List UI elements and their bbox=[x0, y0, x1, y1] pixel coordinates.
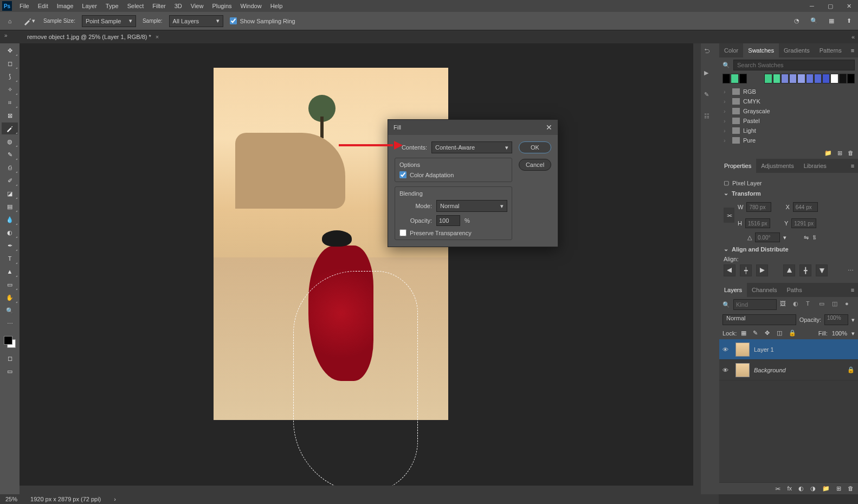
swatch-group-pure[interactable]: ›Pure bbox=[719, 135, 858, 145]
swatch-color[interactable] bbox=[839, 74, 847, 83]
search-icon[interactable]: 🔍 bbox=[809, 16, 819, 26]
brush-tool[interactable]: ✎ bbox=[2, 148, 18, 160]
swatch-color[interactable] bbox=[822, 74, 830, 83]
spot-heal-tool[interactable]: ◍ bbox=[2, 135, 18, 147]
gradient-tool[interactable]: ▤ bbox=[2, 201, 18, 212]
opacity-input[interactable] bbox=[436, 215, 460, 226]
history-panel-icon[interactable]: ⮌ bbox=[704, 48, 716, 59]
layer-fill-input[interactable]: 100% bbox=[832, 330, 847, 337]
filter-type-icon[interactable]: T bbox=[806, 300, 816, 309]
menu-image[interactable]: Image bbox=[53, 0, 78, 12]
tab-libraries[interactable]: Libraries bbox=[799, 159, 831, 173]
height-input[interactable] bbox=[745, 218, 770, 228]
lock-artboard-icon[interactable]: ◫ bbox=[777, 329, 784, 337]
document-info[interactable]: 1920 px x 2879 px (72 ppi) bbox=[30, 496, 101, 502]
menu-filter[interactable]: Filter bbox=[148, 0, 170, 12]
lock-all-icon[interactable]: 🔒 bbox=[789, 329, 796, 337]
swatch-color[interactable] bbox=[789, 74, 797, 83]
dialog-titlebar[interactable]: Fill ✕ bbox=[388, 120, 558, 135]
horizontal-scrollbar[interactable] bbox=[20, 486, 701, 494]
lasso-tool[interactable]: ⟆ bbox=[2, 70, 18, 82]
zoom-level[interactable]: 25% bbox=[5, 496, 17, 502]
folder-icon[interactable]: 📁 bbox=[824, 150, 832, 157]
visibility-icon[interactable]: 👁 bbox=[722, 367, 731, 373]
actions-panel-icon[interactable]: ▶ bbox=[704, 69, 716, 80]
tab-channels[interactable]: Channels bbox=[747, 283, 782, 297]
swatch-group-cmyk[interactable]: ›CMYK bbox=[719, 96, 858, 106]
lock-pixels-icon[interactable]: ▦ bbox=[741, 329, 749, 337]
swatch-group-pastel[interactable]: ›Pastel bbox=[719, 116, 858, 126]
crop-tool[interactable]: ⌗ bbox=[2, 96, 18, 108]
tab-properties[interactable]: Properties bbox=[719, 159, 756, 173]
sampling-ring-checkbox[interactable]: Show Sampling Ring bbox=[230, 17, 295, 24]
dialog-close-icon[interactable]: ✕ bbox=[546, 123, 552, 132]
layer-name[interactable]: Background bbox=[754, 367, 843, 373]
link-icon[interactable]: ⫘ bbox=[724, 208, 734, 223]
swatch-group-grayscale[interactable]: ›Grayscale bbox=[719, 106, 858, 116]
dodge-tool[interactable]: ◐ bbox=[2, 227, 18, 238]
swatch-color[interactable] bbox=[739, 74, 747, 83]
transform-section[interactable]: ⌄Transform bbox=[724, 190, 854, 197]
layer-filter-input[interactable] bbox=[733, 299, 777, 310]
more-align-icon[interactable]: ⋯ bbox=[848, 267, 854, 274]
align-right-icon[interactable]: ⯈ bbox=[756, 264, 768, 276]
flip-v-icon[interactable]: ⥮ bbox=[812, 234, 817, 241]
swatch-color[interactable] bbox=[731, 74, 738, 83]
workspace-icon[interactable]: ▦ bbox=[827, 16, 836, 26]
swatch-color[interactable] bbox=[722, 74, 730, 83]
swatch-group-light[interactable]: ›Light bbox=[719, 126, 858, 135]
link-layers-icon[interactable]: ⫘ bbox=[775, 485, 780, 492]
preserve-transparency-checkbox[interactable]: Preserve Transparency bbox=[399, 229, 507, 236]
swatch-color[interactable] bbox=[797, 74, 805, 83]
mode-select[interactable]: Normal▾ bbox=[436, 200, 507, 212]
fx-icon[interactable]: fx bbox=[787, 485, 792, 492]
filter-toggle-icon[interactable]: ● bbox=[845, 300, 855, 309]
tab-swatches[interactable]: Swatches bbox=[743, 43, 779, 57]
layer-name[interactable]: Layer 1 bbox=[754, 346, 855, 353]
filter-adjust-icon[interactable]: ◐ bbox=[793, 300, 803, 309]
menu-plugins[interactable]: Plugins bbox=[208, 0, 236, 12]
new-layer-icon[interactable]: ⊞ bbox=[836, 485, 841, 492]
y-input[interactable] bbox=[791, 218, 816, 228]
eraser-tool[interactable]: ◪ bbox=[2, 188, 18, 199]
align-hcenter-icon[interactable]: ┿ bbox=[740, 264, 752, 276]
shape-tool[interactable]: ▭ bbox=[2, 279, 18, 290]
minimize-button[interactable]: ─ bbox=[803, 0, 821, 12]
panel-menu-icon[interactable]: ≡ bbox=[847, 283, 858, 297]
close-tab-icon[interactable]: × bbox=[156, 30, 159, 43]
type-tool[interactable]: T bbox=[2, 253, 18, 264]
layer-opacity-input[interactable]: 100% bbox=[824, 314, 848, 325]
tab-patterns[interactable]: Patterns bbox=[815, 43, 847, 57]
swatch-group-rgb[interactable]: ›RGB bbox=[719, 87, 858, 96]
angle-input[interactable] bbox=[755, 232, 780, 242]
lock-brush-icon[interactable]: ✎ bbox=[753, 329, 760, 337]
menu-type[interactable]: Type bbox=[101, 0, 123, 12]
frame-tool[interactable]: ⊠ bbox=[2, 109, 18, 121]
swatch-color[interactable] bbox=[806, 74, 814, 83]
filter-image-icon[interactable]: 🖼 bbox=[780, 300, 790, 309]
layer-item[interactable]: 👁 Layer 1 bbox=[719, 339, 858, 360]
panel-menu-icon[interactable]: ≡ bbox=[847, 159, 858, 173]
info-chevron-icon[interactable]: › bbox=[114, 496, 116, 502]
share-icon[interactable]: ⬆ bbox=[844, 16, 854, 26]
swatch-color[interactable] bbox=[830, 74, 838, 83]
menu-help[interactable]: Help bbox=[266, 0, 287, 12]
filter-shape-icon[interactable]: ▭ bbox=[819, 300, 829, 309]
width-input[interactable] bbox=[746, 202, 771, 212]
close-button[interactable]: ✕ bbox=[840, 0, 858, 12]
edit-toolbar[interactable]: ⋯ bbox=[2, 318, 18, 329]
mask-icon[interactable]: ◐ bbox=[798, 485, 804, 492]
panel-collapse-icon[interactable]: » bbox=[4, 33, 8, 38]
x-input[interactable] bbox=[793, 202, 818, 212]
move-tool[interactable]: ✥ bbox=[2, 44, 18, 56]
clone-tool[interactable]: ⎙ bbox=[2, 161, 18, 173]
color-adaptation-checkbox[interactable]: Color Adaptation bbox=[399, 171, 507, 178]
menu-view[interactable]: View bbox=[186, 0, 208, 12]
panel-menu-icon[interactable]: ≡ bbox=[847, 43, 858, 57]
new-swatch-icon[interactable]: ⊞ bbox=[837, 150, 842, 157]
menu-select[interactable]: Select bbox=[123, 0, 149, 12]
delete-layer-icon[interactable]: 🗑 bbox=[848, 485, 854, 492]
layer-item[interactable]: 👁 Background 🔒 bbox=[719, 360, 858, 380]
filter-smart-icon[interactable]: ◫ bbox=[832, 300, 842, 309]
zoom-tool[interactable]: 🔍 bbox=[2, 305, 18, 316]
